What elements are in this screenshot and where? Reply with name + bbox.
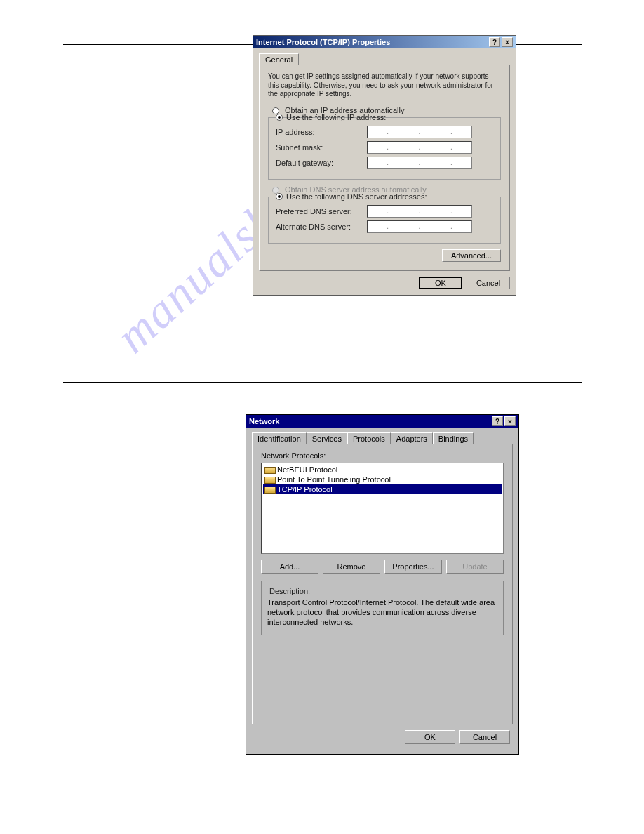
- network-protocols-label: Network Protocols:: [261, 451, 504, 460]
- network-dialog: Network ? × Identification Services Prot…: [246, 414, 519, 755]
- radio-icon-selected: [276, 114, 283, 121]
- network-protocols-listbox[interactable]: NetBEUI Protocol Point To Point Tunnelin…: [261, 463, 504, 554]
- radio-use-ip-label: Use the following IP address:: [286, 113, 386, 121]
- default-gateway-row: Default gateway: . . .: [276, 157, 493, 169]
- remove-button[interactable]: Remove: [323, 560, 380, 574]
- properties-button[interactable]: Properties...: [384, 560, 442, 574]
- radio-icon-selected: [276, 193, 283, 200]
- protocol-icon: [264, 475, 274, 484]
- tab-bindings[interactable]: Bindings: [433, 432, 474, 444]
- tcpip-properties-dialog: Internet Protocol (TCP/IP) Properties ? …: [253, 35, 516, 296]
- ip-address-row: IP address: . . .: [276, 126, 493, 138]
- tcpip-tabstrip: General: [259, 53, 510, 65]
- footer-rule: [63, 769, 582, 769]
- update-button: Update: [446, 560, 504, 574]
- protocol-buttons-row: Add... Remove Properties... Update: [261, 560, 504, 574]
- tcpip-help-text: You can get IP settings assigned automat…: [268, 72, 501, 99]
- add-button[interactable]: Add...: [261, 560, 318, 574]
- tab-identification[interactable]: Identification: [252, 432, 307, 444]
- ip-address-input[interactable]: . . .: [367, 126, 472, 138]
- network-body: Identification Services Protocols Adapte…: [246, 428, 518, 754]
- help-button[interactable]: ?: [489, 37, 500, 47]
- default-gateway-label: Default gateway:: [276, 159, 367, 167]
- ip-address-group: Use the following IP address: IP address…: [268, 117, 501, 180]
- subnet-mask-label: Subnet mask:: [276, 143, 367, 152]
- ip-address-label: IP address:: [276, 128, 367, 136]
- advanced-row: Advanced...: [268, 249, 501, 262]
- tcpip-titlebar: Internet Protocol (TCP/IP) Properties ? …: [253, 36, 516, 48]
- tab-protocols[interactable]: Protocols: [347, 432, 391, 444]
- list-item[interactable]: NetBEUI Protocol: [263, 465, 502, 475]
- list-item-selected[interactable]: TCP/IP Protocol: [263, 484, 502, 494]
- radio-use-ip[interactable]: Use the following IP address:: [276, 113, 493, 121]
- close-button[interactable]: ×: [504, 416, 516, 426]
- network-tabstrip: Identification Services Protocols Adapte…: [252, 432, 513, 444]
- description-text: Transport Control Protocol/Internet Prot…: [267, 598, 497, 627]
- tcpip-button-row: OK Cancel: [259, 277, 510, 289]
- alt-dns-row: Alternate DNS server: . . .: [276, 220, 493, 233]
- network-title: Network: [249, 417, 490, 425]
- subnet-mask-input[interactable]: . . .: [367, 141, 472, 154]
- tab-general[interactable]: General: [259, 53, 299, 65]
- section-rule: [63, 382, 582, 383]
- list-item[interactable]: Point To Point Tunneling Protocol: [263, 475, 502, 484]
- description-group: Description: Transport Control Protocol/…: [261, 581, 504, 635]
- protocol-name: Point To Point Tunneling Protocol: [277, 475, 391, 484]
- tab-services[interactable]: Services: [307, 432, 347, 444]
- cancel-button[interactable]: Cancel: [467, 277, 510, 289]
- tcpip-tabpanel: You can get IP settings assigned automat…: [259, 65, 510, 271]
- tab-adapters[interactable]: Adapters: [391, 432, 433, 444]
- cancel-button[interactable]: Cancel: [459, 730, 510, 744]
- default-gateway-input[interactable]: . . .: [367, 157, 472, 169]
- radio-use-dns[interactable]: Use the following DNS server addresses:: [276, 192, 493, 201]
- network-tabpanel: Network Protocols: NetBEUI Protocol Poin…: [252, 444, 513, 724]
- description-label: Description:: [267, 587, 312, 595]
- dns-group: Use the following DNS server addresses: …: [268, 197, 501, 244]
- help-button[interactable]: ?: [492, 416, 503, 426]
- close-button[interactable]: ×: [502, 37, 513, 47]
- pref-dns-input[interactable]: . . .: [367, 205, 472, 218]
- protocol-icon: [264, 485, 274, 494]
- radio-use-dns-label: Use the following DNS server addresses:: [286, 192, 427, 201]
- advanced-button[interactable]: Advanced...: [442, 249, 501, 262]
- tcpip-title: Internet Protocol (TCP/IP) Properties: [256, 38, 488, 46]
- subnet-mask-row: Subnet mask: . . .: [276, 141, 493, 154]
- alt-dns-label: Alternate DNS server:: [276, 223, 367, 231]
- protocol-icon: [264, 465, 274, 474]
- ok-button[interactable]: OK: [419, 277, 462, 289]
- protocol-name: NetBEUI Protocol: [277, 465, 337, 474]
- network-titlebar: Network ? ×: [246, 415, 518, 428]
- network-bottom-buttons: OK Cancel: [252, 730, 513, 747]
- protocol-name: TCP/IP Protocol: [277, 485, 333, 494]
- pref-dns-row: Preferred DNS server: . . .: [276, 205, 493, 218]
- ok-button[interactable]: OK: [405, 730, 455, 744]
- alt-dns-input[interactable]: . . .: [367, 220, 472, 233]
- pref-dns-label: Preferred DNS server:: [276, 207, 367, 216]
- tcpip-body: General You can get IP settings assigned…: [253, 48, 516, 295]
